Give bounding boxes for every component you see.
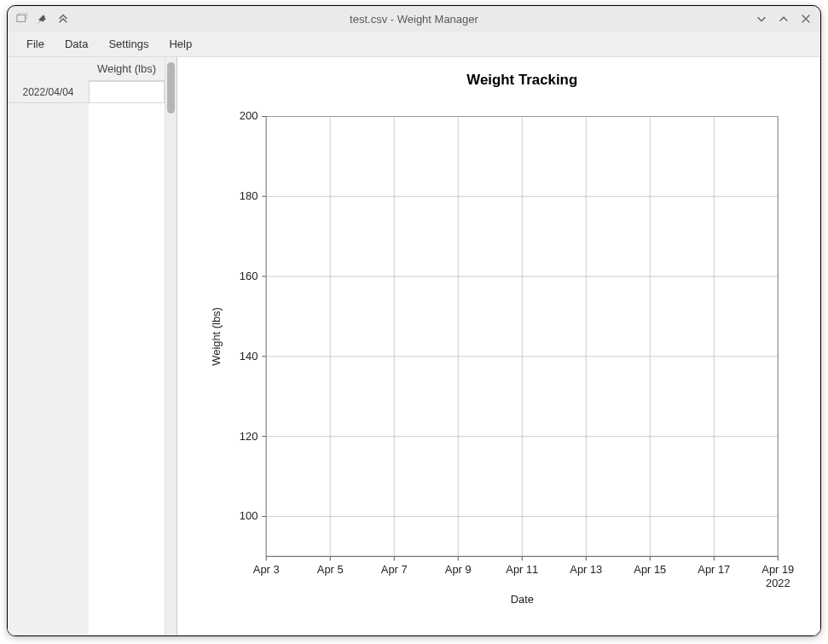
chart-panel: Weight Tracking100120140160180200Apr 3Ap… — [177, 57, 820, 635]
scroll-thumb[interactable] — [167, 62, 175, 113]
data-table-panel: Weight (lbs) 2022/04/04 — [8, 57, 177, 635]
menu-help[interactable]: Help — [159, 33, 202, 55]
weight-chart: Weight Tracking100120140160180200Apr 3Ap… — [186, 66, 812, 627]
y-tick-label: 100 — [240, 509, 258, 522]
x-tick-label: Apr 19 — [761, 563, 794, 576]
titlebar-left-controls — [16, 13, 84, 25]
column-header-weight[interactable]: Weight (lbs) — [89, 57, 165, 81]
menu-file[interactable]: File — [16, 33, 55, 55]
x-tick-label: Apr 13 — [570, 563, 602, 576]
y-tick-label: 200 — [240, 109, 258, 122]
x-tick-label: Apr 15 — [634, 563, 666, 576]
table-scrollbar[interactable] — [165, 57, 177, 635]
close-icon[interactable] — [800, 13, 812, 25]
row-header-date[interactable]: 2022/04/04 — [8, 81, 89, 103]
x-tick-label: Apr 17 — [698, 563, 730, 576]
y-tick-label: 140 — [240, 350, 258, 363]
chart-title: Weight Tracking — [466, 72, 577, 88]
row-header-empty — [8, 103, 89, 635]
svg-rect-0 — [17, 15, 26, 22]
menu-settings[interactable]: Settings — [98, 33, 159, 55]
app-window: test.csv - Weight Manager File Data Sett… — [7, 5, 821, 636]
app-menu-icon[interactable] — [16, 13, 28, 25]
x-tick-label: Apr 11 — [506, 563, 538, 576]
cell-weight[interactable] — [89, 81, 165, 103]
maximize-icon[interactable] — [778, 13, 790, 25]
x-tick-label: Apr 5 — [317, 563, 344, 576]
x-tick-label: Apr 3 — [253, 563, 280, 576]
table-row: 2022/04/04 — [8, 81, 165, 103]
pin-icon[interactable] — [37, 13, 49, 25]
y-axis-label: Weight (lbs) — [210, 307, 223, 365]
data-table: Weight (lbs) 2022/04/04 — [8, 57, 165, 635]
x-tick-label: Apr 9 — [445, 563, 472, 576]
table-corner — [8, 57, 89, 81]
cells-empty — [89, 103, 165, 635]
x-axis-label: Date — [511, 593, 534, 606]
titlebar-right-controls — [744, 13, 812, 25]
menubar: File Data Settings Help — [8, 32, 820, 57]
menu-data[interactable]: Data — [55, 33, 98, 55]
minimize-icon[interactable] — [756, 13, 767, 25]
table-header-row: Weight (lbs) — [8, 57, 165, 81]
chevron-up-double-icon[interactable] — [57, 13, 69, 25]
y-tick-label: 180 — [240, 189, 258, 202]
window-title: test.csv - Weight Manager — [84, 13, 744, 26]
x-tick-label: Apr 7 — [381, 563, 408, 576]
x-year-label: 2022 — [766, 577, 790, 589]
titlebar: test.csv - Weight Manager — [8, 6, 820, 32]
y-tick-label: 120 — [240, 430, 258, 443]
content-area: Weight (lbs) 2022/04/04 Weight Tracking1… — [8, 57, 820, 635]
y-tick-label: 160 — [240, 270, 258, 282]
table-empty-area — [8, 103, 165, 635]
